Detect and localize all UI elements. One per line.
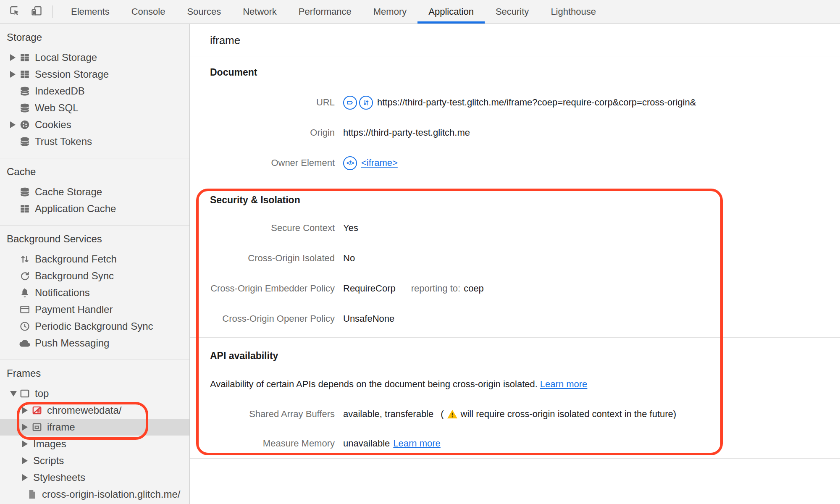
code-icon: </> [343,156,357,170]
sidebar-item-local-storage[interactable]: Local Storage [0,49,189,66]
frame-item-chromewebdata[interactable]: chromewebdata/ [0,402,189,419]
tab-performance[interactable]: Performance [288,0,362,24]
frame-item-label: top [35,388,49,399]
sidebar-item-push-messaging[interactable]: Push Messaging [0,335,189,352]
sidebar-item-label: Cookies [35,119,71,131]
measure-memory-learn-more-link[interactable]: Learn more [393,438,441,449]
panel-tabs: Elements Console Sources Network Perform… [60,0,607,24]
sidebar-item-label: Push Messaging [35,337,109,349]
sidebar-item-cache-storage[interactable]: Cache Storage [0,184,189,200]
owner-element-row: Owner Element </> <iframe> [190,148,840,178]
collapse-arrow-icon[interactable] [10,391,17,396]
sidebar-item-cookies[interactable]: Cookies [0,116,189,133]
owner-element-link[interactable]: <iframe> [361,158,398,168]
frame-item-iframe[interactable]: iframe [0,419,189,436]
frame-item-top[interactable]: top [0,385,189,402]
sidebar-item-background-fetch[interactable]: Background Fetch [0,251,189,268]
frame-group-label: Stylesheets [33,472,85,483]
section-cache: Cache Cache Storage Application Cache [0,158,189,226]
sidebar-item-label: Background Sync [35,270,114,282]
cross-origin-isolated-row: Cross-Origin Isolated No [190,243,840,273]
frame-group-scripts[interactable]: Scripts [0,452,189,469]
frame-group-images[interactable]: Images [0,436,189,452]
sidebar-item-session-storage[interactable]: Session Storage [0,66,189,83]
tab-console[interactable]: Console [121,0,176,24]
tab-memory[interactable]: Memory [362,0,417,24]
inspect-element-button[interactable] [8,0,21,24]
sidebar-item-trust-tokens[interactable]: Trust Tokens [0,133,189,150]
section-storage: Storage Local Storage Session Storage In… [0,24,189,158]
security-isolation-section: Security & Isolation Secure Context Yes … [190,188,840,338]
frame-details-panel: iframe Document URL https://third-party-… [190,24,840,504]
sidebar-item-notifications[interactable]: Notifications [0,284,189,301]
reveal-in-sources-button[interactable] [343,96,357,110]
document-heading: Document [190,66,840,79]
expand-arrow-icon[interactable] [22,407,28,414]
section-title-frames: Frames [0,360,189,382]
database-icon [19,86,30,97]
coop-label: Cross-Origin Opener Policy [190,313,335,324]
url-label: URL [190,97,335,108]
measure-memory-value: unavailable [343,438,390,449]
sidebar-item-payment-handler[interactable]: Payment Handler [0,301,189,318]
section-title-storage: Storage [0,24,189,46]
coop-value: UnsafeNone [343,313,394,324]
cloud-icon [19,338,30,349]
coep-value: RequireCorp [343,283,396,294]
api-availability-description: Availability of certain APIs depends on … [190,378,840,390]
tab-network[interactable]: Network [232,0,288,24]
tab-sources[interactable]: Sources [176,0,232,24]
tab-lighthouse[interactable]: Lighthouse [540,0,607,24]
frame-item-label: chromewebdata/ [47,404,121,416]
sidebar-item-label: Local Storage [35,52,97,63]
url-value: https://third-party-test.glitch.me/ifram… [377,97,696,108]
frame-resource-item[interactable]: cross-origin-isolation.glitch.me/ [0,486,189,503]
api-availability-heading: API availability [190,349,840,362]
expand-arrow-icon[interactable] [22,441,28,447]
cross-origin-isolated-label: Cross-Origin Isolated [190,253,335,264]
api-learn-more-link[interactable]: Learn more [540,379,588,389]
expand-arrow-icon[interactable] [22,424,28,430]
document-icon [26,489,37,500]
expand-arrow-icon[interactable] [22,457,28,464]
sidebar-item-periodic-background-sync[interactable]: Periodic Background Sync [0,318,189,335]
shared-array-buffers-row: Shared Array Buffers available, transfer… [190,399,840,429]
expand-arrow-icon[interactable] [22,474,28,481]
cookie-icon [19,119,30,130]
coep-reporting-value: coep [464,283,484,294]
application-sidebar: Storage Local Storage Session Storage In… [0,24,190,504]
sidebar-item-background-sync[interactable]: Background Sync [0,268,189,284]
tab-security[interactable]: Security [485,0,540,24]
device-toolbar-icon [30,5,43,18]
section-title-cache: Cache [0,158,189,180]
database-icon [19,102,30,113]
sidebar-item-label: Notifications [35,287,90,299]
frame-group-stylesheets[interactable]: Stylesheets [0,469,189,486]
expand-arrow-icon[interactable] [10,54,16,61]
sidebar-item-label: Trust Tokens [35,136,92,147]
blocked-frame-icon [32,405,42,416]
devtools-tabbar: Elements Console Sources Network Perform… [0,0,840,24]
page-title: iframe [190,34,240,47]
expand-arrow-icon[interactable] [10,121,16,128]
sidebar-item-indexeddb[interactable]: IndexedDB [0,83,189,100]
sidebar-item-web-sql[interactable]: Web SQL [0,100,189,116]
table-icon [19,69,30,80]
database-icon [19,186,30,197]
sidebar-item-application-cache[interactable]: Application Cache [0,200,189,217]
origin-value: https://third-party-test.glitch.me [343,127,470,138]
tab-application[interactable]: Application [417,0,485,24]
sidebar-item-label: Payment Handler [35,304,113,315]
reveal-in-network-button[interactable] [359,96,373,110]
bell-icon [19,287,30,298]
cross-origin-isolated-value: No [343,253,355,264]
device-toolbar-button[interactable] [30,0,43,24]
section-title-background-services: Background Services [0,226,189,247]
tab-elements[interactable]: Elements [60,0,121,24]
network-arrows-icon [362,99,370,107]
sab-warning: ( will require cross-origin isolated con… [441,409,676,420]
frame-resource-label: cross-origin-isolation.glitch.me/ [42,488,180,500]
sidebar-item-label: Application Cache [35,203,116,215]
origin-row: Origin https://third-party-test.glitch.m… [190,118,840,148]
expand-arrow-icon[interactable] [10,71,16,78]
